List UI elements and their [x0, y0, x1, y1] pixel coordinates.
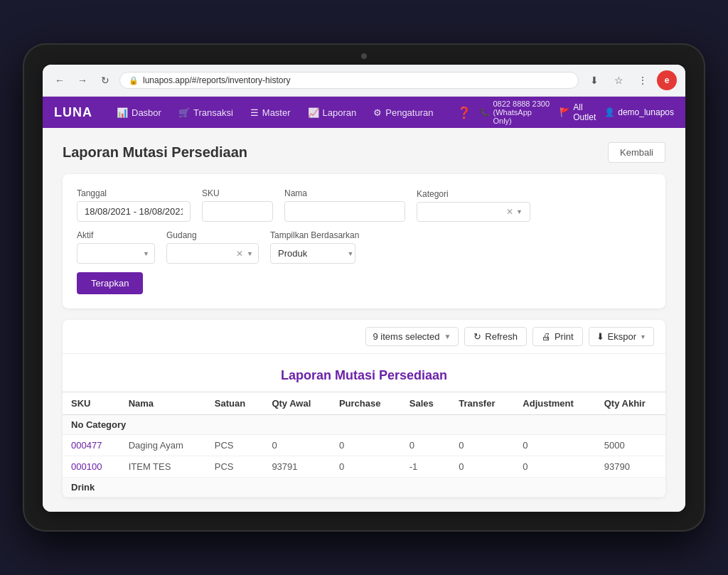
- filter-section: Tanggal SKU Nama Kategori: [63, 174, 665, 308]
- help-icon[interactable]: ❓: [457, 102, 471, 122]
- items-selected-badge[interactable]: 9 items selected ▼: [365, 327, 459, 346]
- browser-chrome: ← → ↻ 🔒 lunapos.app/#/reports/inventory-…: [43, 65, 685, 97]
- nav-laporan[interactable]: 📈 Laporan: [301, 103, 364, 122]
- outlet-badge[interactable]: 🚩 All Outlet: [560, 102, 596, 122]
- back-button[interactable]: Kembali: [608, 142, 665, 163]
- col-satuan: Satuan: [206, 392, 264, 415]
- nav-transaksi-label: Transaksi: [193, 107, 233, 118]
- tanggal-label: Tanggal: [77, 188, 191, 198]
- aktif-select[interactable]: Ya Tidak: [77, 243, 155, 264]
- back-nav-button[interactable]: ←: [51, 72, 68, 89]
- ekspor-button[interactable]: ⬇ Ekspor ▼: [589, 327, 654, 346]
- flag-icon: 🚩: [560, 107, 570, 117]
- sku-input[interactable]: [202, 201, 273, 222]
- kategori-select[interactable]: ✕ ▼: [417, 202, 530, 222]
- cell-purchase-000477: 0: [331, 435, 401, 456]
- phone-icon: 📞: [480, 108, 490, 117]
- cell-transfer-000100: 0: [450, 456, 514, 478]
- terapkan-button[interactable]: Terapkan: [77, 272, 143, 294]
- outlet-label: All Outlet: [573, 102, 596, 122]
- user-info[interactable]: 👤 demo_lunapos: [604, 107, 674, 117]
- table-section: 9 items selected ▼ ↻ Refresh 🖨 Print ⬇ E…: [63, 320, 665, 498]
- filter-sku-group: SKU: [202, 188, 273, 222]
- cell-sales-000477: 0: [401, 435, 450, 456]
- col-qty-akhir: Qty Akhir: [596, 392, 665, 415]
- table-row-000100: 000100 ITEM TES PCS 93791 0 -1 0 0 93790: [63, 456, 665, 478]
- table-body: No Category 000477 Daging Ayam PCS 0 0 0…: [63, 415, 665, 498]
- app-header: LUNA 📊 Dasbor 🛒 Transaksi ☰ Master 📈 Lap…: [43, 97, 685, 128]
- print-label: Print: [555, 331, 574, 342]
- dasbor-icon: 📊: [117, 107, 128, 118]
- filter-gudang-group: Gudang ✕: [166, 230, 259, 264]
- sku-link-000477[interactable]: 000477: [71, 440, 102, 451]
- refresh-button[interactable]: ↻ Refresh: [464, 327, 527, 346]
- nav-dasbor[interactable]: 📊 Dasbor: [109, 103, 168, 122]
- cell-qty-awal-000100: 93791: [263, 456, 331, 478]
- cell-adjustment-000477: 0: [514, 435, 595, 456]
- sku-link-000100[interactable]: 000100: [71, 461, 102, 472]
- ekspor-icon: ⬇: [596, 331, 604, 342]
- tampilkan-select-wrapper: Produk Kategori: [270, 243, 359, 264]
- url-text: lunapos.app/#/reports/inventory-history: [143, 75, 290, 85]
- gudang-select-wrapper: [166, 243, 259, 264]
- laporan-icon: 📈: [308, 107, 319, 118]
- menu-icon[interactable]: ⋮: [633, 70, 653, 90]
- nav-pengaturan-label: Pengaturan: [385, 107, 433, 118]
- tanggal-input[interactable]: [77, 201, 191, 222]
- table-header: SKU Nama Satuan Qty Awal Purchase Sales …: [63, 392, 665, 415]
- device-frame: ← → ↻ 🔒 lunapos.app/#/reports/inventory-…: [23, 43, 705, 532]
- cell-satuan-000477: PCS: [206, 435, 264, 456]
- forward-nav-button[interactable]: →: [74, 72, 91, 89]
- cell-nama-000100: ITEM TES: [120, 456, 206, 478]
- filter-actions: Terapkan: [77, 272, 651, 294]
- col-nama: Nama: [120, 392, 206, 415]
- kategori-dropdown-icon: ▼: [516, 208, 523, 215]
- table-header-row: SKU Nama Satuan Qty Awal Purchase Sales …: [63, 392, 665, 415]
- col-adjustment: Adjustment: [514, 392, 595, 415]
- nav-master[interactable]: ☰ Master: [243, 103, 298, 122]
- filter-tampilkan-group: Tampilkan Berdasarkan Produk Kategori: [270, 230, 359, 264]
- report-title: Laporan Mutasi Persediaan: [63, 354, 665, 392]
- cell-qty-akhir-000477: 5000: [596, 435, 665, 456]
- profile-badge[interactable]: e: [657, 70, 677, 90]
- cell-sku-000100: 000100: [63, 456, 120, 478]
- items-selected-text: 9 items selected: [373, 331, 440, 342]
- ekspor-arrow-icon: ▼: [640, 333, 646, 340]
- browser-window: ← → ↻ 🔒 lunapos.app/#/reports/inventory-…: [43, 65, 685, 512]
- transaksi-icon: 🛒: [178, 107, 190, 118]
- nav-master-label: Master: [262, 107, 291, 118]
- cell-sku-000477: 000477: [63, 435, 120, 456]
- filter-aktif-group: Aktif Ya Tidak: [77, 230, 155, 264]
- items-selected-arrow-icon: ▼: [444, 333, 451, 340]
- table-toolbar: 9 items selected ▼ ↻ Refresh 🖨 Print ⬇ E…: [63, 320, 665, 354]
- app-logo: LUNA: [54, 105, 92, 120]
- reload-nav-button[interactable]: ↻: [97, 72, 114, 89]
- cell-sales-000100: -1: [401, 456, 450, 478]
- nav-pengaturan[interactable]: ⚙ Pengaturan: [366, 103, 440, 122]
- gudang-select[interactable]: [166, 243, 259, 264]
- kategori-clear-icon[interactable]: ✕: [506, 207, 513, 217]
- nav-transaksi[interactable]: 🛒 Transaksi: [171, 103, 240, 122]
- print-button[interactable]: 🖨 Print: [532, 327, 583, 346]
- kategori-label: Kategori: [417, 189, 530, 199]
- gudang-label: Gudang: [166, 230, 259, 240]
- tampilkan-select[interactable]: Produk Kategori: [270, 243, 355, 264]
- col-sales: Sales: [401, 392, 450, 415]
- filter-tanggal-group: Tanggal: [77, 188, 191, 222]
- profile-initial: e: [665, 75, 670, 85]
- page-title: Laporan Mutasi Persediaan: [63, 144, 247, 161]
- refresh-icon: ↻: [473, 331, 481, 342]
- col-qty-awal: Qty Awal: [263, 392, 331, 415]
- bookmark-icon[interactable]: ☆: [609, 70, 628, 90]
- nav-laporan-label: Laporan: [323, 107, 357, 118]
- sku-label: SKU: [202, 188, 273, 198]
- gear-icon: ⚙: [373, 107, 382, 118]
- username-label: demo_lunapos: [618, 107, 674, 117]
- data-table: SKU Nama Satuan Qty Awal Purchase Sales …: [63, 392, 665, 498]
- download-icon[interactable]: ⬇: [584, 70, 604, 90]
- category-name-drink: Drink: [63, 478, 665, 498]
- nama-input[interactable]: [284, 201, 405, 222]
- aktif-label: Aktif: [77, 230, 155, 240]
- address-bar[interactable]: 🔒 lunapos.app/#/reports/inventory-histor…: [119, 72, 579, 89]
- page-content: Laporan Mutasi Persediaan Kembali Tangga…: [43, 128, 685, 512]
